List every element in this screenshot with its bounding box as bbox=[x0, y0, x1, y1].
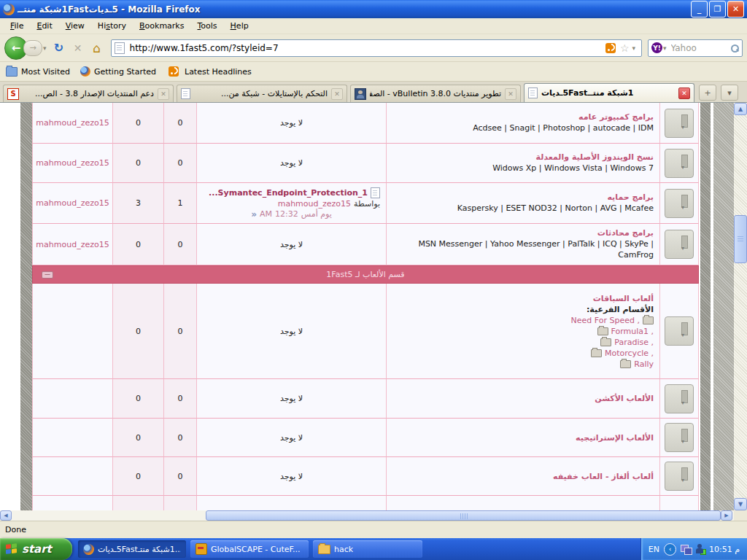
last-post-cell: ...Symantec_Endpoint_Protection_1mahmoud… bbox=[197, 183, 387, 224]
menu-history[interactable]: History bbox=[92, 20, 132, 32]
display-tray-icon[interactable] bbox=[681, 545, 691, 554]
forum-title-link[interactable]: برامج حمايه bbox=[607, 192, 654, 202]
subforum-link[interactable]: Motorcycle , bbox=[605, 349, 654, 358]
moderator-link[interactable]: mahmoud_zezo15 bbox=[36, 240, 109, 249]
horizontal-scroll-thumb[interactable] bbox=[206, 510, 721, 521]
threads-count-cell: 0 bbox=[164, 379, 197, 419]
search-engine-dropdown-icon[interactable]: ▾ bbox=[663, 44, 667, 52]
subforum-link[interactable]: Rally bbox=[634, 359, 654, 369]
menu-edit[interactable]: Edit bbox=[31, 20, 58, 32]
scroll-right-button[interactable]: ▶ bbox=[721, 510, 732, 521]
last-post-author-link[interactable]: mahmoud_zezo15 bbox=[278, 199, 351, 209]
new-tab-button[interactable]: + bbox=[699, 85, 716, 101]
bookmark-item-most-visited[interactable]: Most Visited bbox=[6, 67, 70, 77]
messenger-tray-icon[interactable] bbox=[695, 544, 705, 554]
reload-button[interactable]: ↻ bbox=[51, 40, 67, 56]
yahoo-engine-icon[interactable]: Y! bbox=[651, 42, 662, 53]
tab-close-button[interactable]: ✕ bbox=[158, 88, 169, 100]
tab-1[interactable]: Sدعم المنتديات الإصدار 3.8 - الص...✕ bbox=[3, 85, 174, 102]
language-indicator[interactable]: EN bbox=[649, 545, 659, 554]
last-post-cell: لا يوجد bbox=[197, 379, 387, 419]
stop-button[interactable]: ✕ bbox=[70, 40, 86, 56]
search-icon[interactable] bbox=[730, 44, 739, 52]
subforum-link[interactable]: Need For Speed , bbox=[571, 316, 640, 325]
moderator-cell bbox=[32, 457, 113, 496]
bookmark-item-latest-headlines[interactable]: Latest Headlines bbox=[166, 66, 252, 77]
language-bar-collapse-icon[interactable]: ‹ bbox=[664, 543, 676, 556]
task-label-part: شبكة منتـ bbox=[138, 545, 170, 554]
list-all-tabs-button[interactable]: ▾ bbox=[721, 85, 738, 101]
url-bar[interactable]: ☆ ▾ bbox=[111, 39, 642, 57]
menu-help[interactable]: Help bbox=[225, 20, 255, 32]
forum-title-link[interactable]: الألعاب الإستراتيجيه bbox=[576, 433, 654, 443]
task-button-3[interactable]: hack bbox=[313, 540, 422, 558]
threads-count: 0 bbox=[178, 394, 183, 403]
bookmark-item-getting-started[interactable]: Getting Started bbox=[80, 66, 156, 77]
restore-button[interactable]: ❐ bbox=[709, 1, 726, 18]
category-header[interactable]: —قسم الألعاب لـ 1Fast5 bbox=[32, 265, 699, 284]
page-icon bbox=[181, 88, 190, 99]
vertical-scroll-thumb[interactable] bbox=[734, 215, 747, 263]
forum-status-icon bbox=[665, 149, 694, 178]
posts-count: 0 bbox=[136, 394, 141, 403]
folder-icon bbox=[591, 349, 602, 357]
moderator-link[interactable]: mahmoud_zezo15 bbox=[36, 158, 109, 168]
scroll-left-button[interactable]: ◀ bbox=[0, 510, 12, 521]
task-button-2[interactable]: GlobalSCAPE - CuteF... bbox=[190, 540, 309, 558]
collapse-category-button[interactable]: — bbox=[42, 271, 53, 279]
tab-close-button[interactable]: ✕ bbox=[331, 88, 343, 100]
tab-4[interactable]: ـديات5Fastشبكة منتــ1✕ bbox=[524, 83, 694, 102]
menu-bookmarks[interactable]: Bookmarks bbox=[133, 20, 190, 32]
forum-title-link[interactable]: برامج كمبيوتر عامه bbox=[578, 112, 654, 122]
forum-table: mahmoud_zezo1500لا يوجدبرامج كمبيوتر عام… bbox=[32, 103, 699, 510]
close-button[interactable]: ✕ bbox=[727, 1, 744, 18]
vertical-scrollbar[interactable]: ▲ ▼ bbox=[734, 103, 747, 510]
site-favicon bbox=[115, 42, 125, 54]
scroll-down-button[interactable]: ▼ bbox=[734, 498, 747, 510]
browser-status-bar: Done bbox=[0, 521, 747, 538]
history-dropdown-icon[interactable]: ▾ bbox=[43, 44, 47, 52]
menu-tools[interactable]: Tools bbox=[191, 20, 222, 32]
menu-file[interactable]: File bbox=[4, 20, 29, 32]
tab-close-button[interactable]: ✕ bbox=[678, 88, 690, 99]
forum-status-icon bbox=[665, 462, 694, 491]
task-button-1[interactable]: ـديات5Fastشبكة منتـ1... bbox=[78, 540, 186, 558]
forum-title-link[interactable]: ألعاب السباقات bbox=[593, 294, 654, 303]
moderator-cell: mahmoud_zezo15 bbox=[32, 224, 113, 265]
goto-last-post-icon[interactable]: » bbox=[251, 211, 257, 218]
task-label-part: ـديات bbox=[98, 545, 117, 554]
forum-title-link[interactable]: برامج محادثات bbox=[597, 228, 654, 238]
threads-count: 0 bbox=[178, 433, 183, 443]
horizontal-scrollbar[interactable]: ◀ ▶ bbox=[0, 510, 734, 521]
tab-2[interactable]: التحكم بالإستايلات - شبكة من...✕ bbox=[177, 85, 347, 102]
forum-title-link[interactable]: الألعاب الأكشن bbox=[595, 394, 654, 403]
last-thread-link[interactable]: ...Symantec_Endpoint_Protection_1 bbox=[209, 188, 368, 198]
scroll-up-button[interactable]: ▲ bbox=[734, 103, 747, 115]
tab-3[interactable]: تطوير منتديات vBulletin 3.8.0 - الصفحة 4… bbox=[350, 85, 521, 102]
menu-view[interactable]: View bbox=[60, 20, 90, 32]
forum-title-link[interactable]: نسخ الويندوز الأصلية والمعدلة bbox=[536, 152, 654, 162]
window-titlebar: شبكة منتــ1Fastـديات5 - Mozilla Firefox … bbox=[0, 0, 747, 18]
subforum-link[interactable]: Formula1 , bbox=[611, 327, 654, 336]
no-posts-label: لا يوجد bbox=[280, 433, 303, 443]
url-dropdown-icon[interactable]: ▾ bbox=[632, 44, 635, 52]
rss-feed-icon[interactable] bbox=[605, 43, 616, 53]
moderator-link[interactable]: mahmoud_zezo15 bbox=[36, 198, 109, 208]
taskbar-clock[interactable]: 10:51 م bbox=[709, 545, 740, 554]
window-title-part: ـديات bbox=[88, 4, 112, 15]
home-button[interactable]: ⌂ bbox=[89, 40, 105, 56]
search-input[interactable] bbox=[670, 42, 730, 54]
forward-button[interactable]: → bbox=[23, 40, 42, 56]
minimize-button[interactable]: _ bbox=[691, 1, 708, 18]
start-button[interactable]: start bbox=[0, 538, 72, 560]
search-box[interactable]: Y! ▾ bbox=[648, 39, 743, 57]
tab-close-button[interactable]: ✕ bbox=[505, 88, 516, 100]
url-input[interactable] bbox=[128, 42, 603, 54]
bookmark-star-icon[interactable]: ☆ bbox=[620, 42, 630, 54]
threads-count-cell bbox=[164, 496, 197, 510]
posts-count-cell: 0 bbox=[113, 379, 164, 419]
moderator-link[interactable]: mahmoud_zezo15 bbox=[36, 118, 109, 128]
forum-info-cell: الألعاب الأكشن bbox=[387, 379, 660, 419]
subforum-link[interactable]: Paradise , bbox=[614, 338, 654, 347]
forum-title-link[interactable]: ألعاب ألغاز - العاب خفيفه bbox=[553, 472, 654, 481]
